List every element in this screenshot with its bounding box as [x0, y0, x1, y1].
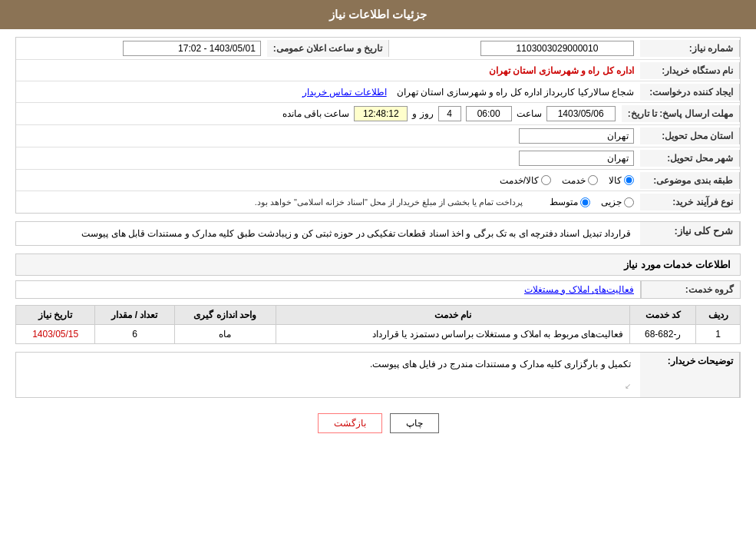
print-button[interactable]: چاپ	[390, 413, 439, 433]
cell-radif: 1	[696, 325, 741, 344]
gorohe-value: فعالیت‌های املاک و مستغلات	[15, 280, 641, 299]
saat-label: ساعت	[517, 108, 542, 119]
roz-input: 4	[438, 106, 461, 121]
ostan-tahvil-row: استان محل تحویل: تهران	[16, 125, 740, 147]
shahr-tahvil-row: شهر محل تحویل: تهران	[16, 147, 740, 170]
noe-farayand-label: نوع فرآیند خرید:	[640, 194, 740, 210]
services-table-header-row: ردیف کد خدمت نام خدمت واحد اندازه گیری ت…	[16, 306, 741, 325]
ijad-konande-value: شجاع سالارکیا کاربرداز اداره کل راه و شه…	[16, 84, 640, 101]
col-tarikh: تاریخ نیاز	[16, 306, 95, 325]
tarikh-input: 1403/05/01 - 17:02	[123, 41, 261, 56]
sharh-section: شرح کلی نیاز: قرارداد تبدیل اسناد دفترچه…	[15, 221, 741, 246]
cell-kod: ر-682-68	[630, 325, 696, 344]
noe-farayand-radio-group: جزیی متوسط پرداخت تمام یا بخشی از مبلغ خ…	[22, 197, 634, 207]
sharh-content: قرارداد تبدیل اسناد دفترچه ای به تک برگی…	[16, 222, 640, 245]
tabaghe-label: طبقه بندی موضوعی:	[640, 172, 740, 189]
mohlat-row: مهلت ارسال پاسخ: تا تاریخ: 1403/05/06 سا…	[16, 103, 740, 125]
noe-jozii-item: جزیی	[601, 197, 634, 207]
shomare-niaz-label: شماره نیاز:	[640, 40, 740, 57]
nam-dastgah-label: نام دستگاه خریدار:	[640, 62, 740, 79]
noe-motavasset-radio[interactable]	[580, 197, 590, 207]
tabaghe-khedmat-label: خدمت	[562, 175, 586, 186]
page-header: جزئیات اطلاعات نیاز	[0, 0, 756, 29]
noe-farayand-row: نوع فرآیند خرید: جزیی متوسط پرداخت تمام …	[16, 191, 740, 213]
ijad-konande-text: شجاع سالارکیا کاربرداز اداره کل راه و شه…	[397, 87, 634, 98]
shahr-tahvil-value: تهران	[16, 147, 640, 169]
resize-handle: ↙	[625, 382, 631, 390]
noe-motavasset-label: متوسط	[550, 197, 578, 207]
shahr-tahvil-input: تهران	[519, 151, 634, 166]
cell-tedad: 6	[95, 325, 174, 344]
table-row: 1 ر-682-68 فعالیت‌های مربوط به املاک و م…	[16, 325, 741, 344]
ostan-tahvil-input: تهران	[519, 128, 634, 144]
shomare-tarikh-row: شماره نیاز: 1103003029000010 تاریخ و ساع…	[16, 38, 740, 60]
date-input: 1403/05/06	[546, 106, 616, 121]
buttons-row: چاپ بازگشت	[15, 406, 741, 446]
noe-motavasset-item: متوسط	[550, 197, 590, 207]
khadamat-section-title: اطلاعات خدمات مورد نیاز	[15, 253, 741, 276]
buyer-note-text: تکمیل و بارگزاری کلیه مدارک و مستندات من…	[370, 359, 631, 369]
tabaghe-kala-label: کالا	[609, 175, 622, 186]
col-name: نام خدمت	[276, 306, 629, 325]
tarikh-value: 1403/05/01 - 17:02	[16, 38, 267, 59]
gorohe-row: گروه خدمت: فعالیت‌های املاک و مستغلات	[15, 280, 741, 299]
info-section: شماره نیاز: 1103003029000010 تاریخ و ساع…	[15, 37, 741, 214]
shahr-tahvil-label: شهر محل تحویل:	[640, 150, 740, 167]
buyer-note-section: توضیحات خریدار: تکمیل و بارگزاری کلیه مد…	[15, 352, 741, 398]
nam-dastgah-text: اداره کل راه و شهرسازی استان تهران	[489, 65, 634, 76]
col-radif: ردیف	[696, 306, 741, 325]
baghimande-input: 12:48:12	[354, 106, 408, 121]
baghimande-label: ساعت باقی مانده	[282, 108, 350, 119]
gorohe-label: گروه خدمت:	[641, 280, 741, 299]
cell-tarikh: 1403/05/15	[16, 325, 95, 344]
nam-dastgah-row: نام دستگاه خریدار: اداره کل راه و شهرساز…	[16, 60, 740, 81]
tabaghe-khedmat-radio[interactable]	[588, 175, 598, 185]
tabaghe-radio-group: کالا خدمت کالا/خدمت	[22, 175, 634, 186]
buyer-note-label: توضیحات خریدار:	[640, 353, 740, 397]
sharh-label: شرح کلی نیاز:	[640, 222, 740, 245]
cell-name: فعالیت‌های مربوط به املاک و مستغلات براس…	[276, 325, 629, 344]
page-title: جزئیات اطلاعات نیاز	[329, 8, 427, 21]
ijad-konande-label: ایجاد کننده درخواست:	[640, 84, 740, 101]
noe-farayand-note: پرداخت تمام یا بخشی از مبلغ خریدار از مح…	[255, 197, 523, 207]
roz-label: روز و	[412, 108, 433, 119]
noe-farayand-value: جزیی متوسط پرداخت تمام یا بخشی از مبلغ خ…	[16, 194, 640, 210]
gorohe-text[interactable]: فعالیت‌های املاک و مستغلات	[524, 284, 634, 295]
saat-input: 06:00	[466, 106, 512, 121]
tabaghe-kala-khedmat-item: کالا/خدمت	[500, 175, 551, 186]
tabaghe-kala-khedmat-radio[interactable]	[541, 175, 551, 185]
ijad-konande-link[interactable]: اطلاعات تماس خریدار	[302, 87, 387, 98]
services-table: ردیف کد خدمت نام خدمت واحد اندازه گیری ت…	[15, 305, 741, 344]
shomare-niaz-value: 1103003029000010	[389, 38, 640, 59]
buyer-note-content: تکمیل و بارگزاری کلیه مدارک و مستندات من…	[16, 353, 640, 397]
col-kod: کد خدمت	[630, 306, 696, 325]
tabaghe-kala-radio[interactable]	[624, 175, 634, 185]
tarikh-label: تاریخ و ساعت اعلان عمومی:	[267, 40, 389, 57]
col-tedad: تعداد / مقدار	[95, 306, 174, 325]
tabaghe-khedmat-item: خدمت	[562, 175, 598, 186]
tabaghe-kala-khedmat-label: کالا/خدمت	[500, 175, 539, 186]
sharh-text: قرارداد تبدیل اسناد دفترچه ای به تک برگی…	[81, 228, 631, 239]
mohlat-content: 1403/05/06 ساعت 06:00 4 روز و 12:48:12 س…	[16, 103, 622, 124]
ostan-tahvil-value: تهران	[16, 125, 640, 147]
noe-jozii-label: جزیی	[601, 197, 622, 207]
mohlat-label: مهلت ارسال پاسخ: تا تاریخ:	[622, 105, 740, 122]
tabaghe-row: طبقه بندی موضوعی: کالا خدمت	[16, 170, 740, 191]
tabaghe-kala-item: کالا	[609, 175, 634, 186]
ijad-konande-row: ایجاد کننده درخواست: شجاع سالارکیا کاربر…	[16, 81, 740, 103]
tabaghe-value: کالا خدمت کالا/خدمت	[16, 172, 640, 189]
back-button[interactable]: بازگشت	[318, 413, 382, 433]
nam-dastgah-value: اداره کل راه و شهرسازی استان تهران	[16, 62, 640, 79]
cell-vahed: ماه	[174, 325, 276, 344]
noe-jozii-radio[interactable]	[624, 197, 634, 207]
col-vahed: واحد اندازه گیری	[174, 306, 276, 325]
shomare-niaz-input: 1103003029000010	[480, 41, 634, 56]
ostan-tahvil-label: استان محل تحویل:	[640, 128, 740, 144]
